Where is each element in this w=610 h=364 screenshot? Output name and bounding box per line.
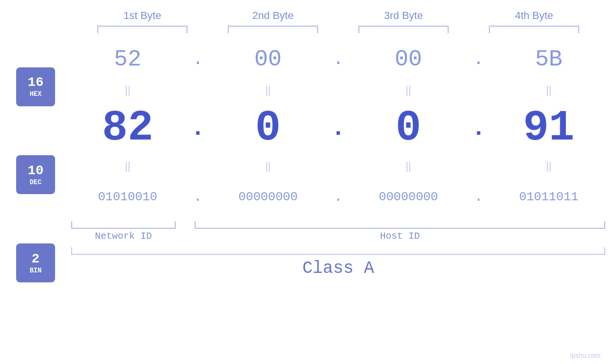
top-brackets-row <box>77 26 600 33</box>
hex-label: HEX <box>29 90 41 98</box>
eq1-3: || <box>356 84 460 96</box>
bracket-top-1 <box>97 26 188 33</box>
hex-dot-3: . <box>469 50 488 69</box>
hex-value-4: 5B <box>535 47 563 72</box>
bin-badge: 2 BIN <box>16 243 55 282</box>
eq2-2: || <box>216 160 320 172</box>
bracket-top-2 <box>228 26 318 33</box>
bin-value-2: 00000000 <box>238 190 298 204</box>
base-labels-column: 16 HEX 10 DEC 2 BIN <box>0 38 66 364</box>
bin-value-1: 01010010 <box>98 190 158 204</box>
bin-row: 01010010 . 00000000 . 00000000 . <box>66 176 610 218</box>
bin-label: BIN <box>29 267 41 274</box>
dec-dot-2: . <box>328 115 347 142</box>
bin-dot-1: . <box>188 189 207 205</box>
eq1-1: || <box>75 84 180 96</box>
bin-cell-1: 01010010 <box>75 190 180 204</box>
network-id-label: Network ID <box>71 231 176 242</box>
byte-header-3: 3rd Byte <box>351 9 456 22</box>
bracket-top-4 <box>489 26 579 33</box>
eq2-4: || <box>497 160 601 172</box>
bottom-brackets-container <box>66 218 610 229</box>
eq2-3: || <box>356 160 460 172</box>
hex-dot-2: . <box>328 50 347 69</box>
bin-dot-3: . <box>469 189 488 205</box>
class-label-container: Class A <box>66 255 610 282</box>
byte-headers-row: 1st Byte 2nd Byte 3rd Byte 4th Byte <box>77 9 600 22</box>
dec-number: 10 <box>28 164 44 178</box>
bracket-top-3 <box>358 26 449 33</box>
hex-value-2: 00 <box>254 47 282 72</box>
eq2-1: || <box>75 160 180 172</box>
byte-header-2: 2nd Byte <box>221 9 325 22</box>
hex-cell-2: 00 <box>216 47 320 72</box>
bin-cell-4: 01011011 <box>497 190 601 204</box>
dec-dot-3: . <box>469 115 488 142</box>
dec-cell-1: 82 <box>75 107 180 149</box>
hex-number: 16 <box>28 75 44 90</box>
dec-row: 82 . 0 . 0 . 91 <box>66 100 610 157</box>
dec-cell-3: 0 <box>356 107 460 149</box>
network-bracket <box>71 221 176 229</box>
equals-row-2: || || || || <box>66 157 610 176</box>
eq1-4: || <box>497 84 601 96</box>
dec-cell-2: 0 <box>216 107 320 149</box>
hex-cell-4: 5B <box>497 47 601 72</box>
bin-cell-3: 00000000 <box>356 190 460 204</box>
hex-badge: 16 HEX <box>16 67 55 106</box>
dec-value-3: 0 <box>395 107 421 149</box>
hex-row: 52 . 00 . 00 . 5B <box>66 38 610 81</box>
hex-value-3: 00 <box>394 47 422 72</box>
data-rows: 52 . 00 . 00 . 5B <box>66 38 610 364</box>
host-id-label: Host ID <box>195 231 605 242</box>
byte-header-4: 4th Byte <box>482 9 586 22</box>
hex-cell-1: 52 <box>75 47 180 72</box>
dec-value-1: 82 <box>102 107 153 149</box>
bin-value-3: 00000000 <box>379 190 438 204</box>
host-bracket <box>195 221 605 229</box>
watermark: ipshu.com <box>570 352 601 359</box>
dec-badge: 10 DEC <box>16 155 55 194</box>
dec-dot-1: . <box>188 115 207 142</box>
main-area: 16 HEX 10 DEC 2 BIN 52 . <box>0 38 610 364</box>
class-bracket <box>71 247 605 255</box>
eq1-2: || <box>216 84 320 96</box>
dec-value-4: 91 <box>523 107 574 149</box>
byte-header-1: 1st Byte <box>90 9 195 22</box>
equals-row-1: || || || || <box>66 81 610 100</box>
dec-label: DEC <box>29 178 41 186</box>
class-bracket-line <box>71 247 605 255</box>
hex-dot-1: . <box>188 50 207 69</box>
bin-cell-2: 00000000 <box>216 190 320 204</box>
bin-dot-2: . <box>328 189 347 205</box>
id-labels: Network ID Host ID <box>66 229 610 243</box>
dec-cell-4: 91 <box>497 107 601 149</box>
hex-cell-3: 00 <box>356 47 460 72</box>
dec-value-2: 0 <box>255 107 281 149</box>
class-label: Class A <box>302 259 374 278</box>
bin-number: 2 <box>32 252 40 267</box>
hex-value-1: 52 <box>114 47 141 72</box>
bin-value-4: 01011011 <box>519 190 579 204</box>
main-container: 1st Byte 2nd Byte 3rd Byte 4th Byte 16 H… <box>0 0 610 364</box>
